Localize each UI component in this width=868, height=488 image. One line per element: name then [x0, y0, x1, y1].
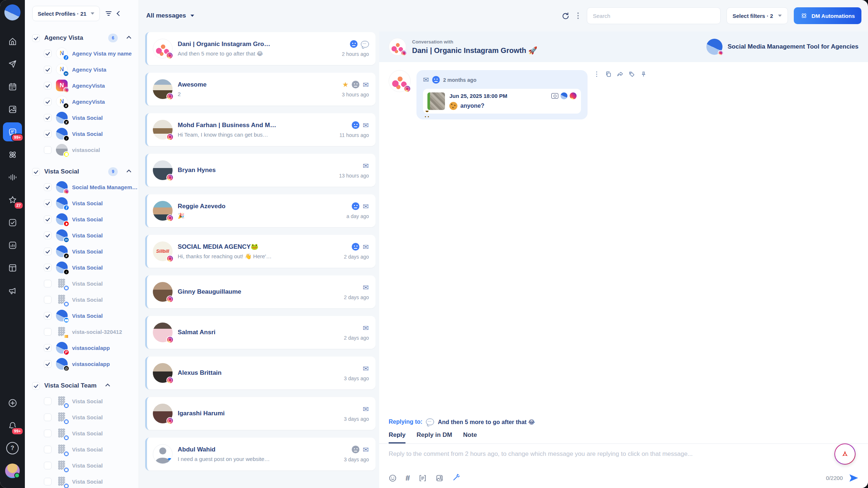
- profile-checkbox[interactable]: [44, 344, 52, 352]
- pin-icon[interactable]: [640, 71, 647, 77]
- chevron-up-icon[interactable]: [105, 384, 110, 388]
- mail-icon[interactable]: ✉: [363, 446, 369, 453]
- nav-reports[interactable]: [3, 236, 22, 255]
- profile-row[interactable]: Vista Social: [32, 126, 139, 142]
- nav-help[interactable]: ?: [3, 439, 22, 458]
- send-button[interactable]: [849, 473, 858, 483]
- profile-row[interactable]: Vista Social: [32, 227, 139, 243]
- nav-boards[interactable]: [3, 258, 22, 277]
- refresh-button[interactable]: [561, 12, 569, 20]
- attach-image-icon[interactable]: [435, 474, 444, 482]
- tab-reply-in-dm[interactable]: Reply in DM: [416, 431, 452, 443]
- nav-notifications[interactable]: 99+: [3, 416, 22, 435]
- profile-row[interactable]: Social Media Managem…: [32, 179, 139, 195]
- profile-row[interactable]: vistasocialapp: [32, 356, 139, 372]
- profile-checkbox[interactable]: [44, 446, 52, 453]
- profile-row[interactable]: Vista Social: [32, 110, 139, 126]
- sentiment-icon[interactable]: [352, 121, 359, 129]
- group-checkbox[interactable]: [32, 382, 40, 390]
- profile-row[interactable]: Vista Social: [32, 441, 139, 457]
- profile-group-header[interactable]: Vista Social Team: [32, 378, 139, 393]
- message-card[interactable]: Abdul Wahid I need a guest post on your …: [145, 438, 375, 470]
- message-card[interactable]: Salmat Ansri ★ ✉ 2 days ago: [145, 316, 375, 349]
- vista-social-logo[interactable]: [4, 4, 20, 20]
- profile-group-header[interactable]: Agency Vista 6: [32, 31, 139, 45]
- profile-row[interactable]: Vista Social: [32, 211, 139, 227]
- nav-automations[interactable]: [3, 145, 22, 164]
- message-card[interactable]: Ginny Beauguillaume ★ ✉ 2 days ago: [145, 275, 375, 308]
- profile-row[interactable]: Vista Social: [32, 473, 139, 488]
- nav-tasks[interactable]: [3, 213, 22, 232]
- profile-checkbox[interactable]: [44, 199, 52, 207]
- mail-icon[interactable]: ✉: [363, 284, 369, 291]
- tag-icon[interactable]: [629, 71, 635, 77]
- profile-row[interactable]: Agency Vista: [32, 61, 139, 77]
- profile-row[interactable]: AgencyVista: [32, 77, 139, 94]
- nav-publish[interactable]: [3, 54, 22, 73]
- profile-checkbox[interactable]: [44, 50, 52, 57]
- profile-checkbox[interactable]: [44, 264, 52, 271]
- copy-icon[interactable]: [605, 71, 612, 77]
- profile-checkbox[interactable]: [44, 328, 52, 336]
- sentiment-icon[interactable]: [352, 81, 359, 88]
- account-identity[interactable]: Social Media Management Tool for Agencie…: [706, 39, 858, 55]
- mail-icon[interactable]: ✉: [363, 405, 369, 413]
- nav-home[interactable]: [3, 32, 22, 51]
- message-card[interactable]: Bryan Hynes ★ ✉ 13 hours ago: [145, 154, 375, 187]
- nav-advocacy[interactable]: [3, 281, 22, 300]
- group-checkbox[interactable]: [32, 34, 40, 42]
- nav-create[interactable]: [3, 393, 22, 412]
- message-card[interactable]: Mohd Farhan | Business And M… Hi Team, I…: [145, 113, 375, 146]
- collapse-panel-icon[interactable]: [117, 11, 122, 16]
- ai-assistant-icon[interactable]: [452, 473, 460, 483]
- profile-checkbox[interactable]: [44, 296, 52, 304]
- hashtag-icon[interactable]: #: [405, 474, 410, 482]
- profile-row[interactable]: Vista Social: [32, 243, 139, 259]
- profile-row[interactable]: Vista Social: [32, 195, 139, 211]
- tab-note[interactable]: Note: [463, 431, 477, 443]
- sentiment-icon[interactable]: [350, 40, 358, 48]
- message-card[interactable]: Alexus Brittain ★ ✉ 3 days ago: [145, 357, 375, 389]
- sentiment-icon[interactable]: [352, 446, 359, 453]
- profile-row[interactable]: vistasocialapp: [32, 340, 139, 356]
- nav-calendar[interactable]: [3, 77, 22, 96]
- message-card[interactable]: Dani | Organic Instagram Gro… And then 5…: [145, 32, 375, 65]
- sentiment-icon[interactable]: [352, 202, 359, 210]
- more-vertical-icon[interactable]: [593, 71, 600, 77]
- profile-row[interactable]: Vista Social: [32, 393, 139, 409]
- nav-reviews[interactable]: 27: [3, 190, 22, 209]
- profile-checkbox[interactable]: [44, 280, 52, 287]
- starred-icon[interactable]: ★: [342, 81, 348, 88]
- profile-row[interactable]: Vista Social: [32, 425, 139, 441]
- search-input[interactable]: [587, 7, 721, 24]
- mail-icon[interactable]: ✉: [363, 365, 369, 372]
- more-options-icon[interactable]: [577, 15, 579, 16]
- message-card[interactable]: Igarashi Harumi ★ ✉ 3 days ago: [145, 397, 375, 430]
- message-card[interactable]: SOCIAL MEDIA AGENCY🐸 Hi, thanks for reac…: [145, 235, 375, 268]
- reply-input[interactable]: [389, 450, 858, 472]
- select-filters-dropdown[interactable]: Select filters · 2: [727, 7, 788, 24]
- nav-inbox[interactable]: 99+: [3, 122, 22, 141]
- inbox-filter-dropdown[interactable]: All messages: [146, 12, 194, 19]
- sentiment-icon[interactable]: [352, 243, 359, 251]
- mail-icon[interactable]: ✉: [363, 324, 369, 332]
- profile-row[interactable]: Vista Social: [32, 259, 139, 275]
- profile-checkbox[interactable]: [44, 66, 52, 73]
- profile-group-header[interactable]: Vista Social 9: [32, 164, 139, 179]
- profile-checkbox[interactable]: [44, 312, 52, 320]
- profile-checkbox[interactable]: [44, 216, 52, 223]
- message-card[interactable]: Awesome 2 ★ ✉ 3 hours ago: [145, 73, 375, 106]
- profile-row[interactable]: Vista Social: [32, 409, 139, 425]
- profile-row[interactable]: Agency Vista my name: [32, 45, 139, 61]
- profile-row[interactable]: vistasocial: [32, 142, 139, 158]
- profile-row[interactable]: Vista Social: [32, 457, 139, 473]
- chevron-up-icon[interactable]: [127, 36, 131, 41]
- select-profiles-dropdown[interactable]: Select Profiles · 21: [32, 6, 100, 21]
- nav-media[interactable]: [3, 100, 22, 119]
- profile-row[interactable]: Vista Social: [32, 291, 139, 308]
- profile-checkbox[interactable]: [44, 360, 52, 368]
- pdf-export-button[interactable]: [834, 443, 856, 465]
- mail-icon[interactable]: ✉: [363, 162, 369, 169]
- share-icon[interactable]: [617, 71, 623, 77]
- mail-icon[interactable]: ✉: [363, 203, 369, 210]
